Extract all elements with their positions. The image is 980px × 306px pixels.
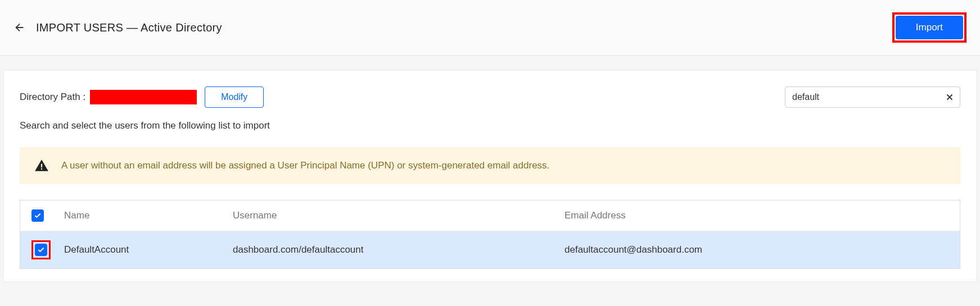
- warning-text: A user without an email address will be …: [61, 160, 549, 171]
- search-box: [785, 86, 960, 108]
- back-arrow-icon[interactable]: [13, 21, 26, 34]
- import-button-highlight: Import: [892, 12, 967, 43]
- row-checkbox-highlight: [31, 240, 51, 259]
- directory-path-value-redacted: [90, 90, 197, 104]
- column-header-username: Username: [233, 210, 564, 221]
- page-title: IMPORT USERS — Active Directory: [36, 21, 222, 34]
- search-input[interactable]: [785, 86, 960, 108]
- clear-search-icon[interactable]: [945, 92, 955, 102]
- row-checkbox[interactable]: [35, 244, 47, 256]
- warning-banner: A user without an email address will be …: [20, 147, 960, 184]
- instruction-text: Search and select the users from the fol…: [20, 120, 960, 131]
- page-header: IMPORT USERS — Active Directory Import: [0, 0, 980, 56]
- svg-rect-1: [41, 168, 42, 170]
- users-table: Name Username Email Address DefaultAccou…: [20, 200, 960, 269]
- import-button[interactable]: Import: [896, 16, 963, 39]
- cell-username: dashboard.com/defaultaccount: [233, 244, 564, 255]
- modify-button[interactable]: Modify: [205, 86, 264, 108]
- warning-icon: [34, 158, 49, 173]
- directory-path-row: Directory Path : Modify: [20, 86, 960, 108]
- header-left: IMPORT USERS — Active Directory: [13, 21, 222, 34]
- content-panel: Directory Path : Modify Search and selec…: [3, 70, 977, 282]
- column-header-name: Name: [64, 210, 233, 221]
- table-row[interactable]: DefaultAccount dashboard.com/defaultacco…: [20, 231, 960, 268]
- column-header-email: Email Address: [564, 210, 949, 221]
- select-all-cell: [31, 209, 64, 222]
- cell-email: defaultaccount@dashboard.com: [564, 244, 949, 255]
- path-left: Directory Path : Modify: [20, 86, 264, 108]
- cell-name: DefaultAccount: [64, 244, 233, 255]
- table-header-row: Name Username Email Address: [20, 200, 960, 231]
- svg-rect-0: [41, 164, 42, 168]
- row-checkbox-cell: [31, 240, 64, 259]
- directory-path-label: Directory Path :: [20, 92, 85, 103]
- select-all-checkbox[interactable]: [31, 209, 44, 222]
